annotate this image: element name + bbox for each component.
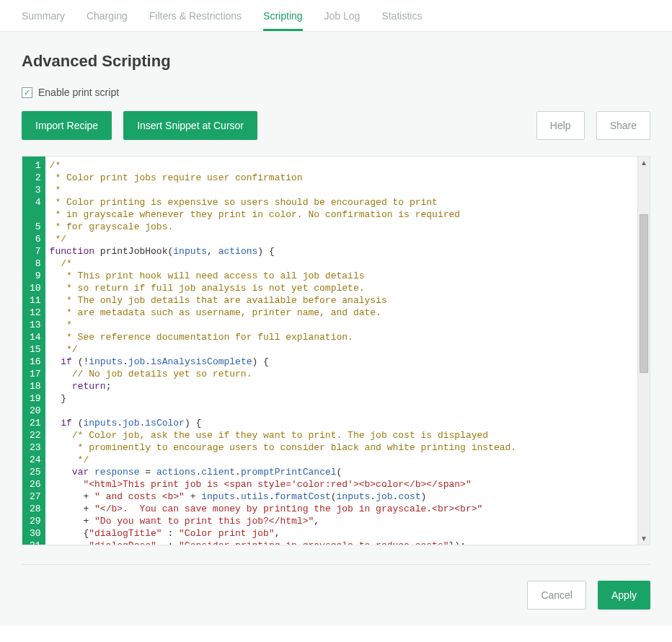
cancel-button[interactable]: Cancel xyxy=(527,581,586,610)
tab-bar: Summary Charging Filters & Restrictions … xyxy=(0,0,672,32)
help-button[interactable]: Help xyxy=(536,111,585,140)
enable-script-checkbox[interactable]: ✓ xyxy=(22,87,32,98)
tab-filters-restrictions[interactable]: Filters & Restrictions xyxy=(149,0,242,31)
editor-gutter: 1 2 3 4 5 6 7 8 9 10 11 12 13 14 15 16 1… xyxy=(22,157,45,545)
toolbar: Import Recipe Insert Snippet at Cursor H… xyxy=(22,111,650,140)
tab-job-log[interactable]: Job Log xyxy=(324,0,361,31)
apply-button[interactable]: Apply xyxy=(598,581,650,610)
enable-script-label: Enable print script xyxy=(38,87,119,98)
checkmark-icon: ✓ xyxy=(24,89,30,97)
tab-scripting[interactable]: Scripting xyxy=(263,0,302,31)
page-title: Advanced Scripting xyxy=(22,52,650,71)
toolbar-spacer xyxy=(269,111,525,140)
footer-actions: Cancel Apply xyxy=(22,564,650,610)
scroll-down-button[interactable]: ▼ xyxy=(638,532,650,545)
scroll-up-button[interactable]: ▲ xyxy=(638,157,650,169)
tab-statistics[interactable]: Statistics xyxy=(381,0,422,31)
editor-scrollbar[interactable]: ▲ ▼ xyxy=(637,157,650,545)
scroll-thumb[interactable] xyxy=(640,214,648,373)
enable-script-row: ✓ Enable print script xyxy=(22,87,650,98)
tab-charging[interactable]: Charging xyxy=(87,0,128,31)
tab-summary[interactable]: Summary xyxy=(22,0,65,31)
import-recipe-button[interactable]: Import Recipe xyxy=(22,111,112,140)
editor-code-area[interactable]: /* * Color print jobs require user confi… xyxy=(45,157,637,545)
share-button[interactable]: Share xyxy=(596,111,650,140)
insert-snippet-button[interactable]: Insert Snippet at Cursor xyxy=(123,111,257,140)
code-editor[interactable]: 1 2 3 4 5 6 7 8 9 10 11 12 13 14 15 16 1… xyxy=(22,156,650,545)
page-content: Advanced Scripting ✓ Enable print script… xyxy=(0,32,672,625)
